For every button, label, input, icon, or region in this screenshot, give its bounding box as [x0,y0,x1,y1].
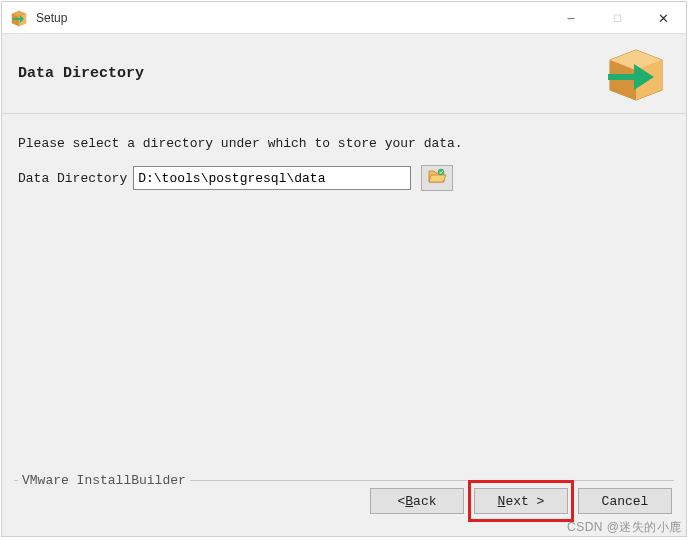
page-title: Data Directory [18,65,144,82]
window-title: Setup [36,11,67,25]
header-band: Data Directory [2,34,686,114]
close-button[interactable]: ✕ [640,2,686,34]
footer: VMware InstallBuilder < Back Next > Canc… [2,466,686,536]
folder-open-icon [427,167,447,189]
data-directory-input[interactable] [133,166,411,190]
vendor-label: VMware InstallBuilder [18,473,190,488]
minimize-button[interactable]: ─ [548,2,594,34]
content-area: Please select a directory under which to… [2,114,686,460]
wizard-box-arrow-icon [604,44,668,108]
setup-window: Setup ─ ☐ ✕ Data Directory Please select… [1,1,687,537]
titlebar: Setup ─ ☐ ✕ [2,2,686,34]
app-box-arrow-icon [10,9,28,27]
window-controls: ─ ☐ ✕ [548,2,686,33]
instruction-text: Please select a directory under which to… [18,136,670,151]
button-row: < Back Next > Cancel [370,488,672,514]
cancel-button[interactable]: Cancel [578,488,672,514]
title-left: Setup [10,9,67,27]
browse-button[interactable] [421,165,453,191]
next-button[interactable]: Next > [474,488,568,514]
svg-point-9 [438,169,444,175]
maximize-button: ☐ [594,2,640,34]
back-button[interactable]: < Back [370,488,464,514]
data-directory-row: Data Directory [18,165,670,191]
data-directory-label: Data Directory [18,171,127,186]
